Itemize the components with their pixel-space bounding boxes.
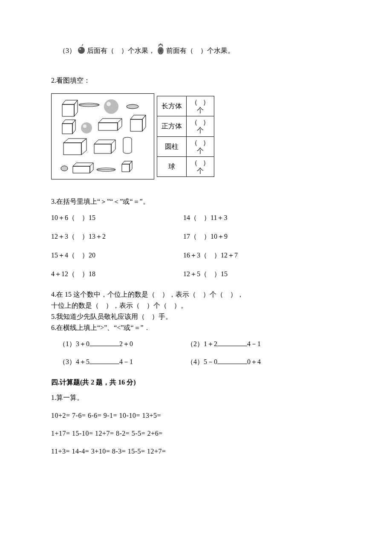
svg-point-8 [83,124,86,128]
shape-count-cell[interactable]: （ ） 个 [187,136,214,156]
q4-block: 4.在 15 这个数中，个位上的数是（ ），表示（ ）个（ ）， 十位上的数是（… [51,289,341,333]
q4-line1[interactable]: 4.在 15 这个数中，个位上的数是（ ），表示（ ）个（ ）， [51,289,341,300]
q2-label: 2.看图填空： [51,75,341,86]
svg-point-5 [107,102,111,106]
q2-figure-row: 长方体 （ ） 个 正方体 （ ） 个 圆柱 （ ） 个 球 （ ） 个 [51,93,341,179]
q3-item[interactable]: 10＋6（ ）15 [51,213,179,223]
shape-name-cell: 正方体 [157,116,187,136]
svg-point-10 [61,166,68,171]
q1-sub3-partA: 后面有（ ）个水果， [87,46,155,56]
shape-count-cell[interactable]: （ ） 个 [187,156,214,176]
svg-point-7 [81,122,92,133]
table-row: 圆柱 （ ） 个 [157,136,214,156]
q5-text[interactable]: 5.我知道少先队员敬礼应该用（ ）手。 [51,312,341,322]
shapes-box [51,93,154,179]
q3-item[interactable]: 16＋3（ ）12＋7 [183,250,311,260]
shapes-illustration-icon [52,94,154,179]
q1-sub3-prefix: （3） [59,46,76,56]
apple-icon [77,43,86,58]
q6-item[interactable]: （1）3＋02＋0 [59,339,182,349]
shape-count-cell[interactable]: （ ） 个 [187,96,214,116]
shape-name-cell: 圆柱 [157,136,187,156]
q6-item[interactable]: （3）4＋54－1 [59,357,182,367]
calc-row[interactable]: 11+3= 14-4= 3+10= 8-3= 15-5= 12+7= [51,446,341,457]
q1-sub3-line: （3） 后面有（ ）个水果， 前面有（ ）个水果。 [59,43,341,58]
svg-point-6 [127,104,138,109]
q4-line2[interactable]: 十位上的数是（ ），表示（ ）个（ ）。 [51,301,341,311]
q3-item[interactable]: 14（ ）11＋3 [183,213,311,223]
shape-count-cell[interactable]: （ ） 个 [187,116,214,136]
calc-row[interactable]: 10+2= 7-6= 6-6= 9-1= 10-10= 13+5= [51,410,341,421]
svg-point-1 [79,48,81,50]
calc-row[interactable]: 1+17= 15-10= 12+7= 8-2= 5-5= 2+6= [51,428,341,439]
q3-item[interactable]: 4＋12（ ）18 [51,269,179,279]
blank-line[interactable] [89,357,119,364]
q3-grid: 10＋6（ ）15 14（ ）11＋3 12＋3（ ）13＋2 17（ ）10＋… [51,213,341,279]
table-row: 长方体 （ ） 个 [157,96,214,116]
q1-sub3-partB: 前面有（ ）个水果。 [166,46,234,56]
blank-line[interactable] [89,339,119,346]
shape-name-cell: 球 [157,156,187,176]
q3-item[interactable]: 15＋4（ ）20 [51,250,179,260]
q6-item[interactable]: （4）5－00＋4 [187,357,310,367]
q6-label: 6.在横线上填上“>”、“<”或“＝”． [51,323,341,333]
blank-line[interactable] [217,357,247,364]
table-row: 正方体 （ ） 个 [157,116,214,136]
pineapple-icon [156,43,165,58]
calc-label: 1.算一算。 [51,393,341,403]
table-row: 球 （ ） 个 [157,156,214,176]
q3-item[interactable]: 12＋5（ ）15 [183,269,311,279]
q3-label: 3.在括号里填上“＞”“＜”或“＝”。 [51,197,341,207]
svg-point-4 [104,99,118,114]
q6-item[interactable]: （2）1＋24－1 [187,339,310,349]
shape-name-cell: 长方体 [157,96,187,116]
blank-line[interactable] [217,339,247,346]
shape-count-table: 长方体 （ ） 个 正方体 （ ） 个 圆柱 （ ） 个 球 （ ） 个 [157,96,214,177]
section4-title: 四.计算题(共 2 题，共 16 分) [51,377,341,387]
q6-grid: （1）3＋02＋0 （2）1＋24－1 （3）4＋54－1 （4）5－00＋4 [59,339,341,367]
svg-point-0 [78,47,85,54]
q3-item[interactable]: 17（ ）10＋9 [183,231,311,242]
q3-item[interactable]: 12＋3（ ）13＋2 [51,231,179,242]
